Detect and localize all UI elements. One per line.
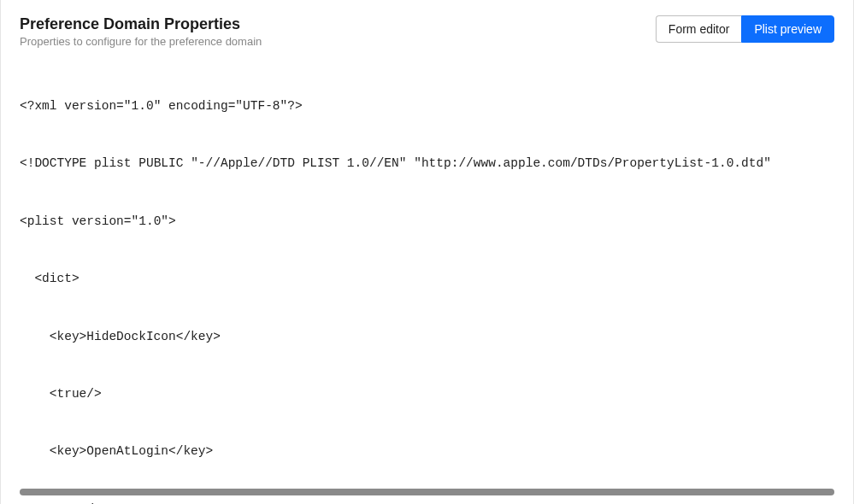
code-line: <true/> xyxy=(20,384,834,403)
code-line: <?xml version="1.0" encoding="UTF-8"?> xyxy=(20,97,834,115)
page-title: Preference Domain Properties xyxy=(20,15,262,33)
code-line: <true/> xyxy=(20,500,834,504)
view-toggle: Form editor Plist preview xyxy=(656,15,834,43)
page-subtitle: Properties to configure for the preferen… xyxy=(20,35,262,48)
plist-preview-button[interactable]: Plist preview xyxy=(741,15,834,43)
header-row: Preference Domain Properties Properties … xyxy=(20,15,834,48)
title-block: Preference Domain Properties Properties … xyxy=(20,15,262,48)
code-line: <plist version="1.0"> xyxy=(20,212,834,231)
horizontal-scrollbar[interactable] xyxy=(20,489,834,495)
form-editor-button[interactable]: Form editor xyxy=(656,15,742,43)
code-line: <key>HideDockIcon</key> xyxy=(20,327,834,346)
code-line: <key>OpenAtLogin</key> xyxy=(20,442,834,460)
code-line: <!DOCTYPE plist PUBLIC "-//Apple//DTD PL… xyxy=(20,154,834,173)
code-line: <dict> xyxy=(20,269,834,288)
preference-domain-panel: Preference Domain Properties Properties … xyxy=(0,0,854,504)
plist-code-block: <?xml version="1.0" encoding="UTF-8"?> <… xyxy=(20,58,834,504)
